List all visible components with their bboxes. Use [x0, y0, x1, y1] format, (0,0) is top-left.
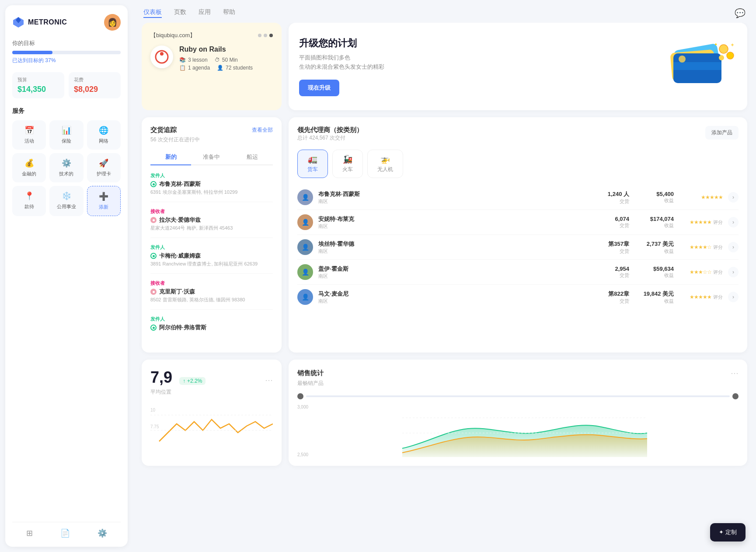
upgrade-title: 升级您的计划: [299, 37, 667, 50]
agent-earn-5: 19,842 美元 收益: [634, 290, 674, 304]
agent-arrow-2[interactable]: ›: [728, 217, 739, 227]
agent-arrow-5[interactable]: ›: [728, 292, 739, 302]
upgrade-card: 升级您的计划 平面插图和我们多色 生动的未混合紫色头发女士的精彩 现在升级: [289, 23, 747, 110]
ship-name-3: 卡梅伦·威廉姆森: [150, 252, 273, 260]
stats-value: 7,9: [150, 368, 172, 387]
top-row: 【biqubiqu.com】 Ruby: [142, 23, 747, 110]
agent-avatar-1: 👤: [297, 189, 313, 205]
sender-indicator-1: [150, 181, 157, 187]
insurance-icon: 📊: [62, 126, 71, 135]
dot-2: [264, 34, 267, 37]
logo-area: METRONIC: [12, 16, 67, 28]
agent-rating-2: ★★★★★ 评分: [679, 219, 723, 226]
agenda-icon: 📋: [179, 65, 186, 71]
nav-apps[interactable]: 应用: [199, 8, 211, 18]
shipment-card: 交货追踪 查看全部 56 次交付正在进行中 新的 准备中 船运 发件人 布鲁克林…: [142, 117, 282, 353]
service-item-insurance[interactable]: 📊 保险: [49, 120, 83, 150]
truck-icon: 🚛: [308, 154, 317, 164]
nav-dashboard[interactable]: 仪表板: [143, 8, 162, 18]
activities-icon: 📅: [24, 126, 34, 135]
nursing-label: 护理卡: [97, 171, 111, 177]
agent-title-area: 领先代理商（按类别） 总计 424,567 次交付: [297, 126, 363, 148]
add-product-button[interactable]: 添加产品: [705, 126, 739, 140]
main-content: 仪表板 页数 应用 帮助 💬 【biqubiqu.com】: [133, 0, 756, 552]
tab-truck[interactable]: 🚛 货车: [297, 150, 328, 178]
course-meta-row-2: 📋 1 agenda 👤 72 students: [179, 65, 253, 71]
train-icon: 🚂: [343, 154, 352, 164]
agent-card: 领先代理商（按类别） 总计 424,567 次交付 添加产品 🚛 货车 🚂 火车: [289, 117, 747, 353]
agent-arrow-3[interactable]: ›: [728, 242, 739, 252]
services-title: 服务: [12, 107, 121, 115]
service-item-financial[interactable]: 💰 金融的: [12, 153, 46, 182]
service-item-nursing[interactable]: 🚀 护理卡: [87, 153, 121, 182]
topnav: 仪表板 页数 应用 帮助 💬: [133, 0, 756, 23]
sparkline-chart: 10 7.75: [150, 402, 273, 454]
nursing-icon: 🚀: [99, 158, 108, 168]
service-item-public[interactable]: ❄️ 公用事业: [49, 186, 83, 216]
stats-more-icon[interactable]: ⋯: [265, 375, 273, 385]
upgrade-desc: 平面插图和我们多色 生动的未混合紫色头发女士的精彩: [299, 53, 667, 72]
tab-drone[interactable]: 🚁 无人机: [367, 150, 403, 178]
file-icon[interactable]: 📄: [60, 528, 70, 538]
svg-text:10: 10: [150, 408, 156, 412]
view-all-link[interactable]: 查看全部: [252, 126, 273, 134]
goal-title: 你的目标: [12, 39, 121, 47]
sales-area-chart: [311, 405, 739, 457]
financial-label: 金融的: [22, 171, 36, 177]
agent-stat-5: 第822章 交货: [590, 290, 629, 304]
range-slider: [297, 393, 739, 399]
agent-name-3: 埃丝特·霍华德 南区: [318, 240, 585, 255]
service-item-add[interactable]: ➕ 添新: [87, 186, 121, 216]
course-title: Ruby on Rails: [179, 45, 253, 53]
receiver-indicator-2: [150, 217, 157, 223]
agent-subtitle: 总计 424,567 次交付: [297, 134, 363, 142]
agent-name-4: 盖伊·霍金斯 南区: [318, 265, 585, 279]
course-meta-row-1: 📚 3 lesson ⏱ 50 Min: [179, 57, 253, 63]
tab-new[interactable]: 新的: [150, 150, 191, 165]
lesson-text: 3 lesson: [188, 57, 208, 63]
ship-addr-4: 8502 普雷斯顿路, 英格尔伍德, 缅因州 98380: [150, 297, 273, 303]
svg-point-3: [160, 52, 164, 56]
ship-addr-1: 6391 埃尔金圣塞莱斯特, 特拉华州 10299: [150, 189, 273, 196]
tab-preparing[interactable]: 准备中: [191, 150, 232, 165]
tab-shipping[interactable]: 船运: [232, 150, 273, 165]
tab-train[interactable]: 🚂 火车: [332, 150, 363, 178]
agent-rating-4: ★★★☆☆ 评分: [679, 269, 723, 276]
sales-more-icon[interactable]: ⋯: [731, 368, 739, 378]
agent-stat-1: 1,240 人 交货: [590, 190, 629, 205]
upgrade-illustration: ✦ ✦: [667, 38, 737, 95]
agent-arrow-4[interactable]: ›: [728, 267, 739, 277]
agent-avatar-2: 👤: [297, 214, 313, 230]
nav-pages[interactable]: 页数: [174, 8, 186, 18]
logo-text: METRONIC: [28, 18, 67, 26]
chat-icon[interactable]: 💬: [735, 8, 746, 18]
students-meta: 👤 72 students: [217, 65, 253, 71]
slider-right-thumb[interactable]: [732, 393, 739, 399]
shipment-title: 交货追踪: [150, 126, 177, 134]
students-text: 72 students: [226, 65, 253, 71]
sales-subtitle: 最畅销产品: [297, 380, 739, 387]
agent-row-3: 👤 埃丝特·霍华德 南区 第357章 交货 2,737 美元 收益: [297, 235, 739, 260]
logo-icon: [12, 16, 24, 28]
customize-button[interactable]: ✦ 定制: [710, 523, 746, 542]
upgrade-button[interactable]: 现在升级: [299, 80, 339, 96]
agent-stat-3: 第357章 交货: [590, 240, 629, 255]
agent-stat-4: 2,954 交货: [590, 266, 629, 279]
lesson-icon: 📚: [179, 57, 186, 63]
add-label: 添新: [99, 204, 108, 210]
service-item-activities[interactable]: 📅 活动: [12, 120, 46, 150]
nav-help[interactable]: 帮助: [223, 8, 235, 18]
agent-header: 领先代理商（按类别） 总计 424,567 次交付 添加产品: [297, 126, 739, 148]
layers-icon[interactable]: ⊞: [26, 528, 33, 538]
agent-tabs: 🚛 货车 🚂 火车 🚁 无人机: [297, 150, 739, 178]
service-item-technical[interactable]: ⚙️ 技术的: [49, 153, 83, 182]
agent-arrow-1[interactable]: ›: [728, 192, 739, 203]
slider-left-thumb[interactable]: [297, 393, 303, 399]
service-item-hospitality[interactable]: 📍 款待: [12, 186, 46, 216]
content-area: 【biqubiqu.com】 Ruby: [133, 23, 756, 552]
topnav-links: 仪表板 页数 应用 帮助: [143, 8, 235, 18]
service-item-network[interactable]: 🌐 网络: [87, 120, 121, 150]
settings-icon[interactable]: ⚙️: [98, 528, 107, 538]
shipment-item-5: 发件人 阿尔伯特·弗洛雷斯: [150, 316, 273, 338]
clock-icon: ⏱: [215, 57, 220, 63]
